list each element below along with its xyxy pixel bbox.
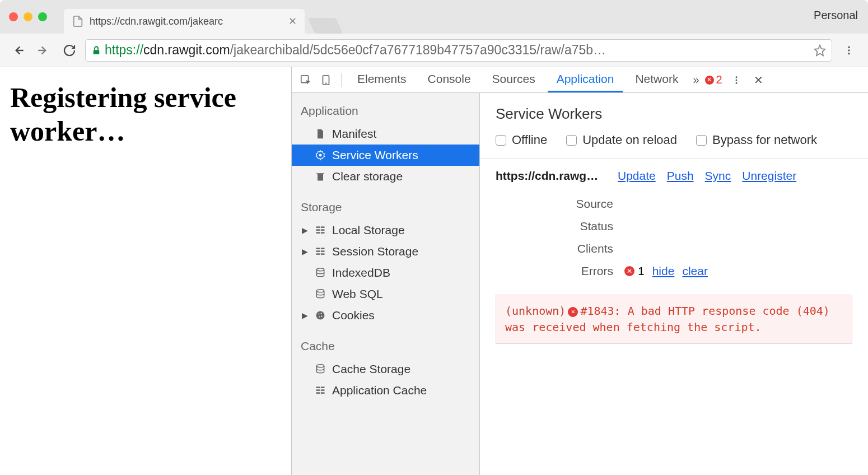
- svg-point-27: [316, 290, 324, 292]
- profile-label[interactable]: Personal: [814, 9, 858, 22]
- traffic-lights: [9, 12, 47, 21]
- svg-point-11: [735, 79, 737, 81]
- svg-point-28: [316, 311, 325, 320]
- svg-rect-20: [316, 248, 320, 249]
- svg-point-12: [735, 82, 737, 83]
- browser-menu-button[interactable]: [838, 45, 860, 56]
- sidebar-group-cache: Cache Cache Storage Application Cache: [292, 334, 479, 401]
- page-heading: Registering service worker…: [10, 81, 281, 148]
- tab-sources[interactable]: Sources: [483, 67, 544, 92]
- browser-tabs: https://cdn.rawgit.com/jakearc ✕: [64, 0, 339, 34]
- svg-point-13: [319, 154, 322, 157]
- page-icon: [72, 15, 84, 27]
- svg-point-26: [316, 268, 324, 271]
- disclosure-triangle-icon[interactable]: ▶: [302, 226, 308, 235]
- forward-button[interactable]: [34, 40, 54, 60]
- url-text: https://cdn.rawgit.com/jakearchibald/5dc…: [105, 43, 606, 58]
- bookmark-star-icon[interactable]: [814, 44, 826, 57]
- svg-point-10: [735, 76, 737, 78]
- database-icon: [314, 267, 326, 279]
- tab-elements[interactable]: Elements: [348, 67, 416, 92]
- sidebar-item-cookies[interactable]: ▶ Cookies: [292, 305, 479, 326]
- svg-rect-34: [316, 386, 320, 388]
- svg-rect-25: [321, 253, 325, 255]
- disclosure-triangle-icon[interactable]: ▶: [302, 311, 308, 320]
- checkbox-icon: [696, 135, 707, 146]
- devtools-close-button[interactable]: ✕: [750, 73, 767, 87]
- maximize-window-button[interactable]: [38, 12, 47, 21]
- disclosure-triangle-icon[interactable]: ▶: [302, 247, 308, 256]
- service-worker-panel: Service Workers Offline Update on reload…: [480, 93, 868, 475]
- sidebar-item-service-workers[interactable]: Service Workers: [292, 145, 479, 166]
- tab-network[interactable]: Network: [626, 67, 687, 92]
- tab-console[interactable]: Console: [419, 67, 480, 92]
- reload-button[interactable]: [59, 40, 80, 60]
- error-badge[interactable]: ✕ 2: [705, 73, 722, 86]
- svg-rect-21: [321, 248, 325, 249]
- svg-rect-24: [316, 253, 320, 255]
- database-icon: [314, 288, 326, 300]
- update-on-reload-checkbox[interactable]: Update on reload: [566, 133, 677, 147]
- close-tab-button[interactable]: ✕: [288, 15, 297, 27]
- sidebar-item-clear-storage[interactable]: Clear storage: [292, 166, 479, 187]
- svg-rect-16: [316, 229, 320, 231]
- checkbox-icon: [496, 135, 506, 146]
- sidebar-group-application: Application Manifest Service Workers Cle…: [292, 99, 479, 187]
- error-icon: ✕: [624, 266, 634, 276]
- separator: [341, 73, 342, 87]
- application-sidebar: Application Manifest Service Workers Cle…: [292, 93, 480, 475]
- error-icon: ✕: [568, 307, 578, 317]
- address-bar[interactable]: https://cdn.rawgit.com/jakearchibald/5dc…: [85, 39, 832, 62]
- sidebar-item-session-storage[interactable]: ▶ Session Storage: [292, 241, 479, 262]
- sidebar-item-indexeddb[interactable]: IndexedDB: [292, 262, 479, 283]
- sidebar-item-manifest[interactable]: Manifest: [292, 123, 479, 145]
- content-area: Registering service worker… Elements Con…: [0, 67, 868, 475]
- sw-options-row: Offline Update on reload Bypass for netw…: [480, 133, 868, 159]
- sidebar-item-local-storage[interactable]: ▶ Local Storage: [292, 220, 479, 241]
- new-tab-button[interactable]: [307, 18, 343, 34]
- element-picker-icon[interactable]: [297, 72, 314, 89]
- sidebar-item-cache-storage[interactable]: Cache Storage: [292, 358, 479, 380]
- sw-clients-row: Clients: [480, 238, 868, 260]
- error-message-box: (unknown)✕#1843: A bad HTTP response cod…: [496, 295, 852, 344]
- close-window-button[interactable]: [9, 12, 18, 21]
- svg-rect-38: [316, 392, 320, 394]
- sw-origin-row: https://cdn.rawg… Update Push Sync Unreg…: [480, 159, 868, 193]
- devtools-menu-button[interactable]: [728, 75, 745, 85]
- clear-errors-link[interactable]: clear: [682, 264, 708, 278]
- unregister-link[interactable]: Unregister: [742, 169, 796, 183]
- grid-icon: [314, 384, 326, 397]
- bypass-network-checkbox[interactable]: Bypass for network: [696, 133, 817, 147]
- push-link[interactable]: Push: [667, 169, 694, 183]
- devtools-panel: Elements Console Sources Application Net…: [291, 67, 868, 475]
- sidebar-heading-cache: Cache: [292, 334, 479, 358]
- error-count: ✕ 1: [624, 264, 645, 278]
- svg-rect-35: [321, 386, 325, 388]
- window-titlebar: https://cdn.rawgit.com/jakearc ✕ Persona…: [0, 0, 868, 34]
- back-button[interactable]: [8, 40, 28, 60]
- browser-tab-active[interactable]: https://cdn.rawgit.com/jakearc ✕: [64, 9, 305, 34]
- grid-icon: [314, 245, 326, 258]
- error-icon: ✕: [705, 76, 714, 85]
- svg-rect-2: [94, 50, 100, 54]
- more-tabs-icon[interactable]: »: [693, 73, 699, 86]
- svg-marker-3: [815, 45, 825, 55]
- sync-link[interactable]: Sync: [705, 169, 731, 183]
- device-toolbar-icon[interactable]: [318, 72, 334, 89]
- svg-rect-15: [321, 226, 325, 228]
- sidebar-item-application-cache[interactable]: Application Cache: [292, 380, 479, 401]
- svg-point-29: [318, 313, 319, 314]
- svg-rect-18: [316, 232, 320, 234]
- panel-title: Service Workers: [480, 93, 868, 133]
- sidebar-heading-storage: Storage: [292, 195, 479, 220]
- hide-errors-link[interactable]: hide: [652, 264, 675, 278]
- offline-checkbox[interactable]: Offline: [496, 133, 547, 147]
- sidebar-item-websql[interactable]: Web SQL: [292, 283, 479, 305]
- tab-application[interactable]: Application: [548, 67, 623, 92]
- minimize-window-button[interactable]: [24, 12, 32, 21]
- svg-point-31: [319, 316, 320, 317]
- tab-title: https://cdn.rawgit.com/jakearc: [90, 16, 283, 27]
- update-link[interactable]: Update: [618, 169, 656, 183]
- svg-rect-23: [321, 250, 325, 252]
- document-icon: [314, 128, 326, 140]
